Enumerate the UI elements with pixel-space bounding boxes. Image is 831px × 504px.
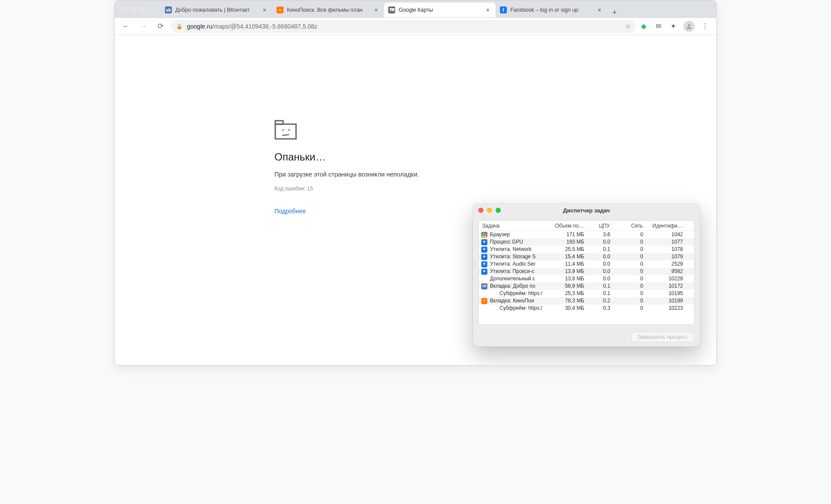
bookmark-star-icon[interactable]: ☆ xyxy=(625,22,631,30)
table-row[interactable]: ✦Утилита: Storage S15,4 МБ0.001079 xyxy=(479,253,694,260)
cell-cpu: 0.0 xyxy=(586,275,612,282)
browser-window: vkДобро пожаловать | ВКонтакт×•КиноПоиск… xyxy=(114,0,717,366)
tab-close-icon[interactable]: × xyxy=(484,6,491,13)
table-row[interactable]: ✦Утилита: Network25,5 МБ0.101078 xyxy=(479,246,694,253)
cell-task: vkВкладка: Добро по xyxy=(479,282,551,290)
window-max-dot[interactable] xyxy=(140,6,145,12)
cell-memory: 11,4 МБ xyxy=(551,260,586,268)
svg-text:✕: ✕ xyxy=(287,128,291,132)
learn-more-link[interactable]: Подробнее xyxy=(274,208,306,215)
cell-id: 10223 xyxy=(645,305,685,312)
tab-strip: vkДобро пожаловать | ВКонтакт×•КиноПоиск… xyxy=(115,0,716,18)
tab-close-icon[interactable]: × xyxy=(596,6,603,13)
lock-icon: 🔒 xyxy=(176,23,183,29)
col-memory[interactable]: Объем по… xyxy=(551,223,586,229)
cell-id: 2529 xyxy=(645,260,685,268)
cell-id: 10172 xyxy=(645,282,685,290)
tab-3[interactable]: fFacebook – log in or sign up× xyxy=(496,3,607,17)
table-row[interactable]: ✦Утилита: Audio Ser11,4 МБ0.002529 xyxy=(479,260,694,268)
url-text: google.ru/maps/@54.4109438,-5.6680487,5.… xyxy=(187,23,621,30)
tab-close-icon[interactable]: × xyxy=(373,6,380,13)
cell-cpu: 0.0 xyxy=(586,268,612,275)
col-network[interactable]: Сеть xyxy=(612,223,645,229)
tab-1[interactable]: •КиноПоиск. Все фильмы план× xyxy=(272,3,384,17)
tab-title: Facebook – log in or sign up xyxy=(510,7,593,13)
tab-2[interactable]: 🗺Google Карты× xyxy=(384,3,496,17)
table-row[interactable]: Субфрейм: https:/25,3 МБ0.1010195 xyxy=(479,290,694,297)
cell-memory: 58,9 МБ xyxy=(551,282,586,290)
table-row[interactable]: ✦Процесс GPU193 МБ0.001077 xyxy=(479,238,694,246)
cell-cpu: 0.0 xyxy=(586,260,612,268)
tab-favicon: • xyxy=(277,6,283,13)
cell-task: Субфрейм: https:/ xyxy=(479,290,551,297)
tab-0[interactable]: vkДобро пожаловать | ВКонтакт× xyxy=(161,3,272,17)
window-min-dot[interactable] xyxy=(131,6,136,12)
task-manager-footer: Завершить процесс xyxy=(473,332,700,342)
task-manager-table: Задача Объем по… ЦПУ Сеть Идентифи… Брау… xyxy=(478,220,695,325)
new-tab-button[interactable]: + xyxy=(607,8,622,17)
cell-network: 0 xyxy=(612,253,645,260)
error-code: Код ошибки: 15 xyxy=(274,186,543,192)
cell-id: 1042 xyxy=(645,231,685,238)
tab-close-icon[interactable]: × xyxy=(261,6,268,13)
task-manager-window: Диспетчер задач Задача Объем по… ЦПУ Сет… xyxy=(473,204,700,347)
cell-network: 0 xyxy=(612,290,645,297)
cell-cpu: 0.3 xyxy=(586,305,612,312)
col-task[interactable]: Задача xyxy=(479,223,551,229)
table-row[interactable]: Субфрейм: https:/30,4 МБ0.3010223 xyxy=(479,305,694,312)
tab-title: Google Карты xyxy=(399,7,481,13)
page-content: ✕ ✕ Опаньки… При загрузке этой страницы … xyxy=(115,35,716,365)
reload-button[interactable]: ⟳ xyxy=(154,19,167,33)
task-manager-titlebar: Диспетчер задач xyxy=(473,204,700,217)
table-row[interactable]: Дополнительный с13,8 МБ0.0010229 xyxy=(479,275,694,282)
omnibox[interactable]: 🔒 google.ru/maps/@54.4109438,-5.6680487,… xyxy=(171,20,636,33)
col-cpu[interactable]: ЦПУ xyxy=(586,223,612,229)
cell-cpu: 0.1 xyxy=(586,246,612,253)
profile-avatar[interactable] xyxy=(683,21,695,32)
url-path: /maps/@54.4109438,-5.6680487,5.08z xyxy=(212,23,317,30)
table-row[interactable]: •Вкладка: КиноПои78,3 МБ0.2010199 xyxy=(479,297,694,305)
cell-id: 10229 xyxy=(645,275,685,282)
cell-memory: 25,5 МБ xyxy=(551,246,586,253)
extensions-puzzle-icon[interactable]: ✦ xyxy=(669,22,677,31)
table-row[interactable]: ✦Утилита: Прокси-с13,9 МБ0.009582 xyxy=(479,268,694,275)
cell-cpu: 0.0 xyxy=(586,253,612,260)
cell-memory: 193 МБ xyxy=(551,238,586,246)
extension-evernote-icon[interactable]: ◆ xyxy=(639,22,648,31)
tm-close-dot[interactable] xyxy=(478,208,483,213)
cell-id: 10195 xyxy=(645,290,685,297)
task-manager-rows: Браузер171 МБ3.601042✦Процесс GPU193 МБ0… xyxy=(479,231,694,324)
forward-button[interactable]: → xyxy=(136,19,150,33)
tab-favicon: f xyxy=(500,6,507,13)
end-process-button[interactable]: Завершить процесс xyxy=(631,332,694,342)
cell-cpu: 0.0 xyxy=(586,238,612,246)
window-close-dot[interactable] xyxy=(122,6,128,12)
back-button[interactable]: ← xyxy=(119,19,133,33)
task-manager-header-row[interactable]: Задача Объем по… ЦПУ Сеть Идентифи… xyxy=(479,221,694,231)
tm-max-dot[interactable] xyxy=(496,208,501,213)
cell-cpu: 0.1 xyxy=(586,282,612,290)
table-row[interactable]: vkВкладка: Добро по58,9 МБ0.1010172 xyxy=(479,282,694,290)
col-process-id[interactable]: Идентифи… xyxy=(645,223,685,229)
cell-network: 0 xyxy=(612,246,645,253)
tm-min-dot[interactable] xyxy=(487,208,492,213)
cell-task: Субфрейм: https:/ xyxy=(479,305,551,312)
cell-id: 10199 xyxy=(645,297,685,305)
cell-id: 1078 xyxy=(645,246,685,253)
svg-rect-2 xyxy=(275,121,283,124)
cell-network: 0 xyxy=(612,297,645,305)
extension-mail-icon[interactable]: ✉ xyxy=(654,22,663,31)
cell-memory: 78,3 МБ xyxy=(551,297,586,305)
cell-network: 0 xyxy=(612,260,645,268)
error-title: Опаньки… xyxy=(274,151,543,163)
cell-cpu: 0.1 xyxy=(586,290,612,297)
kebab-menu-icon[interactable]: ⋮ xyxy=(701,22,709,31)
cell-task: Дополнительный с xyxy=(479,275,551,282)
cell-network: 0 xyxy=(612,305,645,312)
cell-memory: 25,3 МБ xyxy=(551,290,586,297)
cell-memory: 13,8 МБ xyxy=(551,275,586,282)
url-host: google.ru xyxy=(187,23,212,30)
table-row[interactable]: Браузер171 МБ3.601042 xyxy=(479,231,694,238)
tab-title: КиноПоиск. Все фильмы план xyxy=(287,7,369,13)
cell-network: 0 xyxy=(612,275,645,282)
